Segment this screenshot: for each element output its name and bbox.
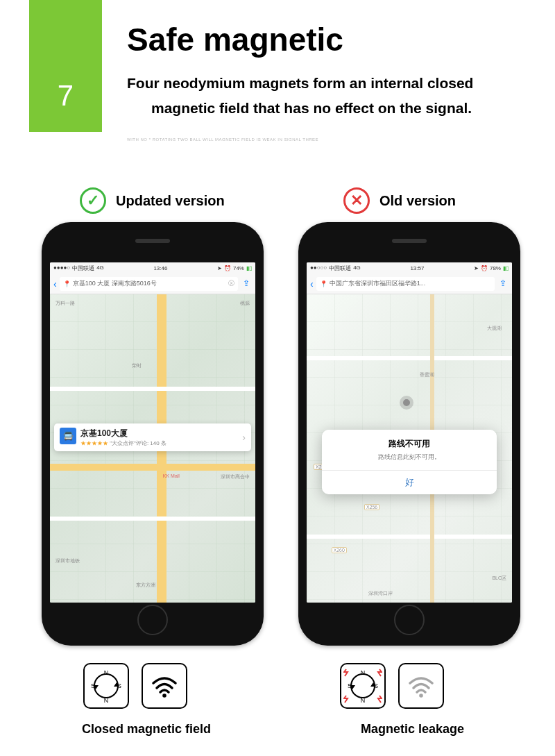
location-callout[interactable]: 🚍 京基100大厦 ★★★★★ "大众点评"评论: 140 条 › [54, 423, 251, 451]
map-label: 万科一路 [56, 300, 75, 307]
pin-icon: 📍 [320, 280, 327, 287]
road-shield: X260 [332, 547, 347, 553]
old-label: Old version [379, 193, 456, 209]
search-input[interactable]: 📍 京基100 大厦 深南东路5016号 ⓧ [60, 277, 238, 291]
map-view[interactable]: 万科一路 桃源 深圳市地铁 深圳市高合中 KK Mall 东方方洲 荣时 🚍 京… [50, 294, 255, 603]
statusbar: ●●●●○ 中国联通 4G 13:46 ➤ ⏰ 74% ▮▯ [50, 262, 255, 274]
wifi-weak-icon [398, 663, 444, 709]
clear-icon[interactable]: ⓧ [228, 279, 234, 288]
map-label: 深圳市高合中 [221, 473, 250, 480]
caption-leakage: Magnetic leakage [361, 722, 464, 737]
callout-title: 京基100大厦 [80, 428, 238, 439]
share-icon[interactable]: ⇪ [497, 278, 509, 289]
map-label: 荣时 [132, 362, 142, 369]
svg-text:N: N [104, 697, 109, 703]
search-input[interactable]: 📍 中国广东省深圳市福田区福华路1... [316, 277, 495, 291]
svg-text:N: N [104, 669, 109, 676]
svg-text:S: S [117, 682, 121, 689]
map-label: 桃源 [240, 300, 250, 307]
alert-message: 路线信息此刻不可用。 [322, 453, 497, 470]
map-label: BLC区 [492, 575, 506, 582]
route-error-alert: 路线不可用 路线信息此刻不可用。 好 [322, 430, 497, 494]
alarm-icon: ⏰ [224, 265, 231, 271]
icons-leakage: N S N S [340, 663, 444, 709]
alarm-icon: ⏰ [481, 265, 488, 271]
road-shield: X256 [364, 504, 379, 510]
subtitle-line-2: magnetic field that has no effect on the… [151, 100, 472, 116]
map-label: 香蜜湖 [420, 371, 434, 378]
subtitle-line-1: Four neodymium magnets form an internal … [127, 75, 473, 91]
search-bar: ‹ 📍 中国广东省深圳市福田区福华路1... ⇪ [307, 274, 512, 294]
back-arrow-icon[interactable]: ‹ [53, 278, 57, 289]
road-minor-1 [50, 387, 255, 391]
wifi-strong-icon [142, 663, 187, 709]
svg-text:S: S [374, 682, 378, 689]
signal-dots-icon: ●●○○○ [310, 264, 327, 272]
compass-closed-icon: N S N S [83, 663, 129, 709]
svg-text:N: N [361, 669, 366, 676]
caption-closed-field: Closed magnetic field [82, 722, 211, 737]
map-label: 东方方洲 [136, 582, 155, 589]
search-text: 京基100 大厦 深南东路5016号 [73, 279, 157, 288]
icons-closed-field: N S N S [83, 663, 187, 709]
clock: 13:46 [153, 265, 167, 271]
alert-ok-button[interactable]: 好 [322, 470, 497, 494]
fineprint-text: WITH NO * ROTATING TWO BALL WILL MAGNETI… [127, 137, 318, 142]
svg-text:S: S [91, 682, 95, 689]
transit-icon: 🚍 [60, 428, 76, 444]
cross-icon: ✕ [343, 187, 370, 214]
share-icon[interactable]: ⇪ [241, 278, 252, 289]
map-label: 深圳湾口岸 [368, 590, 393, 597]
network: 4G [353, 264, 361, 272]
section-subtitle: Four neodymium magnets form an internal … [127, 71, 527, 120]
old-badge-row: ✕ Old version [343, 187, 456, 214]
back-arrow-icon[interactable]: ‹ [310, 278, 314, 289]
road [307, 356, 512, 360]
callout-reviews: "大众点评"评论: 140 条 [110, 440, 166, 446]
location-arrow-icon: ➤ [217, 265, 222, 271]
carrier: 中国联通 [72, 264, 94, 272]
statusbar: ●●○○○ 中国联通 4G 13:57 ➤ ⏰ 78% ▮▯ [307, 262, 512, 274]
battery-percent: 74% [233, 265, 244, 271]
carrier: 中国联通 [329, 264, 351, 272]
clock: 13:57 [410, 265, 424, 271]
svg-point-6 [162, 694, 166, 698]
checkmark-icon: ✓ [80, 187, 106, 214]
svg-point-13 [419, 694, 423, 698]
search-text: 中国广东省深圳市福田区福华路1... [330, 279, 426, 288]
phone-old: ●●○○○ 中国联通 4G 13:57 ➤ ⏰ 78% ▮▯ ‹ 📍 中国广东省… [298, 222, 520, 646]
map-label: 大观湖 [487, 325, 502, 332]
compass-leakage-icon: N S N S [340, 663, 386, 709]
road-minor-2 [50, 516, 255, 521]
section-title: Safe magnetic [127, 21, 343, 58]
search-bar: ‹ 📍 京基100 大厦 深南东路5016号 ⓧ ⇪ [50, 274, 255, 294]
map-view[interactable]: 大观湖 香蜜湖 X256 X256 X260 BLC区 深圳湾口岸 路线不可用 … [307, 294, 512, 603]
network: 4G [96, 264, 104, 272]
star-rating: ★★★★★ [80, 440, 108, 446]
road-main [50, 464, 255, 471]
signal-dots-icon: ●●●●○ [53, 264, 70, 272]
svg-text:S: S [348, 682, 352, 689]
map-label: KK Mall [163, 473, 180, 478]
updated-badge-row: ✓ Updated version [80, 187, 225, 214]
chevron-right-icon: › [242, 432, 246, 443]
road [307, 535, 512, 539]
battery-icon: ▮▯ [246, 265, 252, 271]
phone-updated: ●●●●○ 中国联通 4G 13:46 ➤ ⏰ 74% ▮▯ ‹ 📍 京基100… [42, 222, 264, 646]
section-number-block: 7 [29, 0, 102, 132]
updated-label: Updated version [116, 193, 225, 209]
battery-icon: ▮▯ [503, 265, 509, 271]
svg-text:N: N [361, 697, 366, 704]
battery-percent: 78% [490, 265, 501, 271]
section-number: 7 [29, 79, 102, 112]
current-location-icon [403, 399, 410, 406]
pin-icon: 📍 [63, 280, 71, 287]
alert-title: 路线不可用 [322, 430, 497, 453]
screen-updated: ●●●●○ 中国联通 4G 13:46 ➤ ⏰ 74% ▮▯ ‹ 📍 京基100… [50, 262, 255, 603]
map-label: 深圳市地铁 [56, 557, 80, 564]
screen-old: ●●○○○ 中国联通 4G 13:57 ➤ ⏰ 78% ▮▯ ‹ 📍 中国广东省… [307, 262, 512, 603]
location-arrow-icon: ➤ [474, 265, 479, 271]
